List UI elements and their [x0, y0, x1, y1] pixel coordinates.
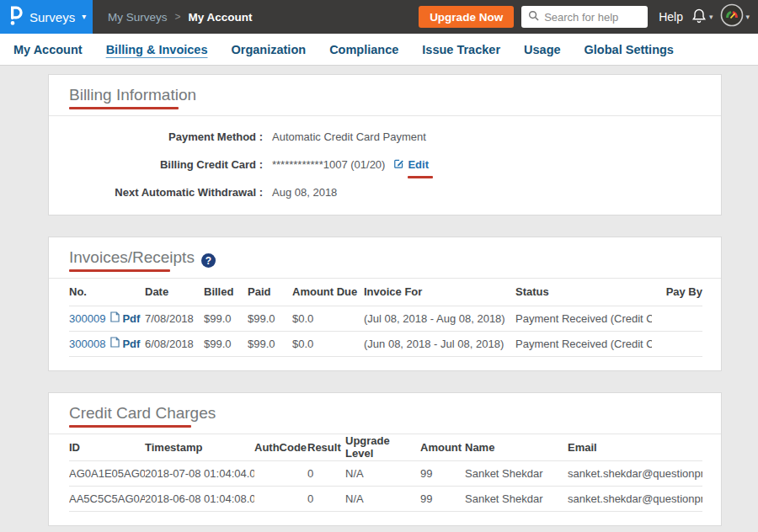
edit-pencil-icon[interactable]: [393, 158, 404, 172]
charge-upgrade-level: N/A: [345, 461, 420, 487]
charge-row: AG0A1E05AG0A 2018-07-08 01:04:04.0 0 N/A…: [69, 461, 702, 487]
charge-email: sanket.shekdar@questionpro.com: [568, 487, 702, 512]
charge-row: AA5C5C5AG0A 2018-06-08 01:04:08.0 0 N/A …: [69, 487, 702, 512]
upgrade-now-button[interactable]: Upgrade Now: [419, 6, 514, 28]
invoice-paid: $99.0: [248, 331, 292, 356]
invoice-amount-due: $0.0: [292, 306, 364, 331]
tab-global-settings[interactable]: Global Settings: [573, 43, 686, 56]
product-label: Surveys: [29, 10, 75, 24]
col-name: Name: [465, 434, 568, 461]
chevron-down-icon: ▾: [745, 13, 750, 21]
page-content: Billing Information Payment Method : Aut…: [0, 66, 758, 532]
billing-credit-card-row: Billing Credit Card : ************1007 (…: [69, 151, 701, 178]
billing-credit-card-label: Billing Credit Card :: [69, 158, 263, 171]
col-date: Date: [145, 279, 204, 306]
invoice-for: (Jul 08, 2018 - Aug 08, 2018): [364, 306, 515, 331]
questionpro-logo-icon: [8, 5, 23, 29]
col-authcode: AuthCode: [254, 434, 307, 461]
col-pay-by: Pay By: [652, 279, 702, 306]
col-email: Email: [568, 434, 702, 461]
charges-header-row: ID Timestamp AuthCode Result Upgrade Lev…: [69, 434, 702, 461]
payment-method-row: Payment Method : Automatic Credit Card P…: [69, 123, 701, 151]
help-icon[interactable]: ?: [201, 253, 216, 268]
payment-method-label: Payment Method :: [69, 130, 263, 143]
invoice-billed: $99.0: [204, 331, 248, 356]
invoice-number-link[interactable]: 300009: [69, 312, 105, 325]
chevron-down-icon: ▾: [82, 13, 86, 21]
breadcrumb-separator-icon: >: [175, 11, 181, 23]
product-switcher[interactable]: Surveys ▾: [0, 0, 93, 34]
col-paid: Paid: [248, 279, 292, 306]
invoice-status: Payment Received (Credit Card): [515, 331, 652, 356]
invoices-header-row: No. Date Billed Paid Amount Due Invoice …: [69, 279, 702, 306]
charge-email: sanket.shekdar@questionpro.com: [568, 461, 702, 487]
next-withdrawal-row: Next Automatic Withdrawal : Aug 08, 2018: [69, 178, 701, 206]
charge-authcode: [254, 461, 307, 487]
billing-information-title: Billing Information: [69, 86, 196, 104]
account-menu[interactable]: ▾: [720, 3, 750, 30]
annotation-underline: [69, 425, 191, 428]
bell-icon: [691, 7, 707, 28]
chevron-down-icon: ▾: [709, 13, 713, 21]
tab-issue-tracker[interactable]: Issue Tracker: [410, 43, 512, 56]
next-withdrawal-label: Next Automatic Withdrawal :: [69, 186, 263, 199]
col-id: ID: [69, 434, 145, 461]
charge-name: Sanket Shekdar: [465, 461, 568, 487]
help-search[interactable]: [521, 6, 648, 28]
invoice-billed: $99.0: [204, 306, 248, 331]
billing-credit-card-value: ************1007 (01/20): [272, 158, 385, 171]
payment-method-value: Automatic Credit Card Payment: [272, 130, 426, 143]
col-timestamp: Timestamp: [145, 434, 254, 461]
invoice-status: Payment Received (Credit Card): [515, 306, 652, 331]
invoice-pay-by: [652, 306, 702, 331]
tab-usage[interactable]: Usage: [512, 43, 573, 56]
col-upgrade-level: Upgrade Level: [345, 434, 420, 461]
account-nav: My Account Billing & Invoices Organizati…: [0, 34, 758, 66]
tab-billing-invoices[interactable]: Billing & Invoices: [94, 43, 220, 56]
charge-id: AA5C5C5AG0A: [69, 487, 145, 512]
breadcrumb-parent[interactable]: My Surveys: [108, 11, 168, 24]
charge-amount: 99: [420, 461, 465, 487]
invoice-row: 300008Pdf 6/08/2018 $99.0 $99.0 $0.0 (Ju…: [69, 331, 702, 356]
charge-upgrade-level: N/A: [345, 487, 420, 512]
col-amount: Amount: [420, 434, 465, 461]
charge-timestamp: 2018-07-08 01:04:04.0: [145, 461, 254, 487]
tab-organization[interactable]: Organization: [220, 43, 318, 56]
charge-name: Sanket Shekdar: [465, 487, 568, 512]
charge-id: AG0A1E05AG0A: [69, 461, 145, 487]
annotation-underline: [69, 107, 179, 109]
invoice-pdf-link[interactable]: Pdf: [110, 337, 140, 350]
avatar: [720, 3, 744, 30]
breadcrumb-current: My Account: [189, 11, 253, 24]
invoices-receipts-card: Invoices/Receipts ? No. Date Billed Paid…: [48, 237, 722, 371]
tab-compliance[interactable]: Compliance: [318, 43, 410, 56]
invoice-row: 300009Pdf 7/08/2018 $99.0 $99.0 $0.0 (Ju…: [69, 306, 702, 331]
tab-my-account[interactable]: My Account: [2, 43, 94, 56]
help-link[interactable]: Help: [659, 10, 683, 24]
invoice-number-link[interactable]: 300008: [69, 338, 105, 350]
invoice-date: 6/08/2018: [145, 331, 204, 356]
charge-amount: 99: [420, 487, 465, 512]
top-bar: Surveys ▾ My Surveys > My Account Upgrad…: [0, 0, 758, 34]
invoice-pdf-link[interactable]: Pdf: [110, 311, 140, 325]
breadcrumb: My Surveys > My Account: [93, 11, 253, 24]
invoice-date: 7/08/2018: [145, 306, 204, 331]
invoices-table: No. Date Billed Paid Amount Due Invoice …: [69, 279, 702, 357]
annotation-underline: [408, 176, 433, 178]
search-input[interactable]: [544, 11, 641, 24]
credit-card-charges-card: Credit Card Charges ID Timestamp AuthCod…: [48, 392, 722, 527]
search-icon: [528, 9, 539, 24]
col-result: Result: [307, 434, 345, 461]
col-invoice-for: Invoice For: [364, 279, 515, 306]
edit-card-link[interactable]: Edit: [408, 158, 429, 171]
charge-timestamp: 2018-06-08 01:04:08.0: [145, 487, 254, 512]
credit-card-charges-title: Credit Card Charges: [69, 404, 216, 423]
invoice-pay-by: [652, 331, 702, 356]
col-amount-due: Amount Due: [292, 279, 364, 306]
charge-authcode: [254, 487, 307, 512]
invoice-paid: $99.0: [248, 306, 292, 331]
col-no: No.: [69, 279, 145, 306]
notifications-menu[interactable]: ▾: [691, 7, 713, 28]
charge-result: 0: [307, 487, 345, 512]
pdf-file-icon: [110, 337, 120, 350]
